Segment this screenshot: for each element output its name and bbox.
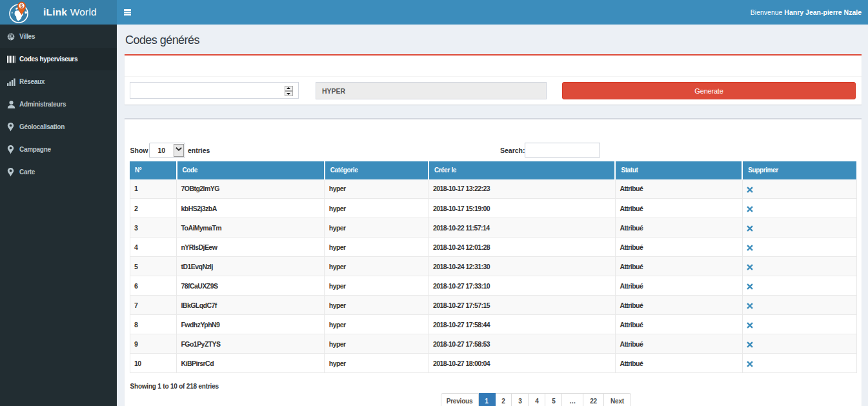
svg-text:$: $ [20,3,23,9]
